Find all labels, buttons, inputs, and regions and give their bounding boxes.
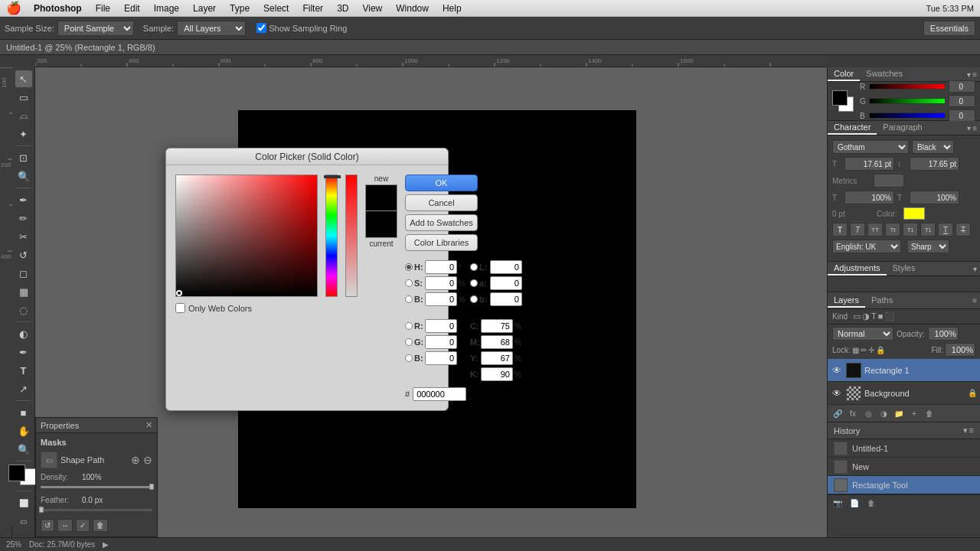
brush-tool[interactable]: ✏ (15, 210, 32, 227)
path-select-tool[interactable]: ↗ (15, 380, 32, 397)
sat-radio[interactable] (405, 279, 413, 287)
history-collapse-btn[interactable]: ▾ (963, 425, 968, 435)
font-style-select[interactable]: Black (912, 140, 954, 154)
tab-color[interactable]: Color (828, 67, 860, 81)
tab-layers[interactable]: Layers (828, 294, 865, 308)
tab-paths[interactable]: Paths (865, 294, 899, 308)
b2-input[interactable] (490, 292, 522, 306)
shape-tool[interactable]: ■ (15, 404, 32, 421)
tab-swatches[interactable]: Swatches (860, 67, 909, 81)
gradient-tool[interactable]: ▦ (15, 283, 32, 300)
fg-color-swatch[interactable] (832, 90, 848, 106)
c-input[interactable] (481, 319, 513, 333)
menu-image[interactable]: Image (148, 2, 185, 15)
color-swatch-area[interactable] (8, 465, 39, 487)
y-input[interactable] (481, 351, 513, 365)
blend-mode-select[interactable]: Normal (832, 327, 893, 341)
cancel-button[interactable]: Cancel (405, 194, 478, 211)
font-family-select[interactable]: Gotham (832, 140, 909, 154)
add-mask-btn[interactable]: ⊕ (131, 454, 140, 466)
menu-edit[interactable]: Edit (118, 2, 146, 15)
opacity-input[interactable] (928, 327, 959, 341)
subscript-btn[interactable]: T1 (920, 223, 936, 236)
smallcaps-btn[interactable]: Tt (885, 223, 900, 236)
blue-radio[interactable] (405, 354, 413, 362)
filter-type-icon[interactable]: T (871, 311, 877, 321)
leading-input[interactable] (910, 157, 959, 171)
layers-menu-btn[interactable]: ≡ (972, 296, 977, 305)
healing-brush-tool[interactable]: ✒ (15, 191, 32, 208)
blue-input[interactable] (425, 351, 457, 365)
menu-type[interactable]: Type (224, 2, 256, 15)
g-color-input[interactable] (949, 95, 975, 107)
dodge-tool[interactable]: ◐ (15, 325, 32, 342)
quick-select-tool[interactable]: ✦ (15, 126, 32, 142)
lock-position-btn[interactable]: ✛ (868, 346, 874, 354)
brightness-input[interactable] (425, 292, 457, 306)
add-to-swatches-button[interactable]: Add to Swatches (405, 214, 478, 231)
vertical-scale-input[interactable] (910, 191, 959, 204)
history-menu-btn[interactable]: ≡ (969, 425, 974, 435)
font-size-input[interactable] (844, 157, 894, 171)
screen-mode-btn[interactable]: ▭ (15, 513, 32, 530)
blur-tool[interactable]: ◌ (15, 302, 32, 318)
zoom-tool[interactable]: 🔍 (15, 441, 32, 458)
refine-mask-btn[interactable]: ↺ (41, 519, 54, 532)
menu-layer[interactable]: Layer (187, 2, 222, 15)
m-input[interactable] (481, 335, 513, 349)
menu-help[interactable]: Help (436, 2, 468, 15)
superscript-btn[interactable]: T1 (903, 223, 918, 236)
menu-file[interactable]: File (90, 2, 116, 15)
color-libraries-button[interactable]: Color Libraries (405, 234, 478, 251)
history-brush-tool[interactable]: ↺ (15, 246, 32, 263)
new-layer-btn[interactable]: + (907, 406, 921, 420)
brightness-radio[interactable] (405, 295, 413, 303)
move-tool[interactable]: ↖ (15, 70, 32, 87)
color-gradient-picker[interactable] (175, 174, 318, 297)
layer-mask-btn[interactable]: ◎ (861, 406, 875, 420)
b2-radio[interactable] (470, 295, 478, 303)
pen-tool[interactable]: ✒ (15, 344, 32, 360)
hex-input[interactable] (413, 387, 466, 401)
essentials-button[interactable]: Essentials (923, 21, 975, 36)
lock-transparent-btn[interactable]: ▦ (852, 346, 859, 354)
hue-strip[interactable] (325, 174, 338, 297)
filter-adj-icon[interactable]: ◑ (862, 311, 870, 321)
new-adj-layer-btn[interactable]: ◑ (877, 406, 890, 420)
marquee-tool[interactable]: ▭ (15, 89, 32, 106)
layer-style-btn[interactable]: fx (846, 406, 860, 420)
hand-tool[interactable]: ✋ (15, 422, 32, 439)
arrow-icon[interactable]: ▶ (103, 540, 109, 549)
history-item-2[interactable]: Rectangle Tool (828, 476, 980, 494)
antialiasing-select[interactable]: Sharp (907, 240, 949, 253)
sample-size-select[interactable]: Point Sample (57, 21, 134, 36)
fill-input[interactable] (945, 343, 975, 357)
filter-shape-icon[interactable]: ■ (878, 311, 884, 321)
b-color-input[interactable] (949, 109, 975, 122)
sat-input[interactable] (425, 276, 457, 290)
ok-button[interactable]: OK (405, 174, 478, 191)
r-color-input[interactable] (949, 80, 975, 93)
lock-all-btn[interactable]: 🔒 (876, 346, 885, 354)
metrics-input[interactable] (874, 174, 904, 187)
sample-select[interactable]: All Layers (177, 21, 246, 36)
horizontal-scale-input[interactable] (844, 191, 894, 204)
adj-collapse-btn[interactable]: ▾ (973, 265, 977, 273)
italic-btn[interactable]: T (850, 223, 865, 236)
uppercase-btn[interactable]: TT (867, 223, 883, 236)
delete-layer-btn[interactable]: 🗑 (923, 406, 936, 420)
menu-window[interactable]: Window (390, 2, 435, 15)
tab-paragraph[interactable]: Paragraph (877, 121, 928, 135)
l-radio[interactable] (470, 263, 478, 271)
k-input[interactable] (481, 367, 513, 381)
menu-photoshop[interactable]: Photoshop (28, 2, 88, 15)
char-collapse-btn[interactable]: ▾ (967, 124, 971, 132)
layer-row-background[interactable]: 👁 Background 🔒 (828, 382, 980, 405)
menu-select[interactable]: Select (257, 2, 295, 15)
clone-stamp-tool[interactable]: ✂ (15, 228, 32, 245)
bold-btn[interactable]: T (832, 223, 848, 236)
a-radio[interactable] (470, 279, 478, 287)
text-color-swatch[interactable] (903, 207, 925, 220)
char-menu-btn[interactable]: ≡ (972, 124, 977, 132)
panel-menu-btn[interactable]: ≡ (972, 70, 977, 79)
